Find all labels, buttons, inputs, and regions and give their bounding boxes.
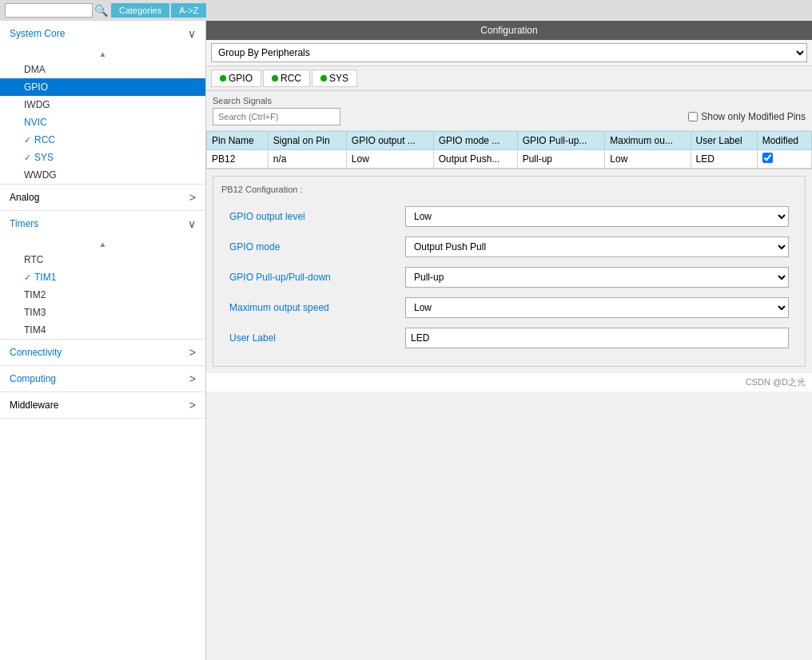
iwdg-label: IWDG	[24, 99, 50, 110]
tim4-label: TIM4	[24, 324, 46, 336]
content-area: Configuration Group By Peripherals GPIO …	[206, 21, 812, 660]
sidebar-item-tim1[interactable]: ✓ TIM1	[0, 268, 205, 286]
cell-pin-name: PB12	[207, 150, 269, 169]
sidebar-item-rcc[interactable]: ✓ RCC	[0, 131, 205, 149]
tim1-check: ✓	[24, 272, 31, 283]
search-row: Show only Modified Pins	[213, 108, 806, 125]
sidebar-item-tim4[interactable]: TIM4	[0, 321, 205, 339]
modified-checkbox[interactable]	[762, 153, 773, 163]
tim2-label: TIM2	[24, 289, 46, 300]
col-max-output[interactable]: Maximum ou...	[605, 132, 691, 150]
col-gpio-pull[interactable]: GPIO Pull-up...	[517, 132, 605, 150]
system-core-header[interactable]: System Core ∨	[0, 21, 205, 46]
signal-table-container: Pin Name Signal on Pin GPIO output ... G…	[206, 131, 812, 169]
cell-user-label: LED	[691, 150, 757, 169]
sys-config-tab[interactable]: SYS	[312, 70, 357, 87]
config-tabs: GPIO RCC SYS	[206, 66, 812, 91]
cell-signal-on-pin: n/a	[268, 150, 346, 169]
connectivity-header[interactable]: Connectivity >	[0, 340, 205, 365]
pull-label: GPIO Pull-up/Pull-down	[229, 272, 405, 283]
pull-select[interactable]: Pull-up	[405, 267, 789, 288]
analog-title: Analog	[10, 192, 39, 203]
timers-items: RTC ✓ TIM1 TIM2 TIM3 TIM4	[0, 251, 205, 339]
connectivity-title: Connectivity	[10, 347, 62, 358]
tim1-label: TIM1	[34, 272, 56, 283]
output-level-label: GPIO output level	[229, 211, 405, 222]
analog-header[interactable]: Analog >	[0, 185, 205, 210]
rcc-config-tab[interactable]: RCC	[263, 70, 310, 87]
timers-scroll-up: ▲	[0, 237, 205, 251]
rcc-dot	[272, 75, 278, 82]
middleware-header[interactable]: Middleware >	[0, 392, 205, 418]
sidebar-item-gpio[interactable]: GPIO	[0, 78, 205, 96]
watermark: CSDN @D之光	[206, 373, 812, 392]
wwdg-label: WWDG	[24, 169, 57, 181]
pin-config-title: PB12 Configuration :	[221, 185, 797, 194]
user-label-input[interactable]: LED	[405, 328, 789, 348]
computing-chevron: >	[189, 372, 196, 385]
col-gpio-output[interactable]: GPIO output ...	[346, 132, 433, 150]
sidebar-item-rtc[interactable]: RTC	[0, 251, 205, 268]
gpio-mode-label: GPIO mode	[229, 241, 405, 252]
rtc-label: RTC	[24, 254, 43, 265]
computing-header[interactable]: Computing >	[0, 366, 205, 392]
timers-header[interactable]: Timers ∨	[0, 211, 205, 237]
config-bar: Group By Peripherals	[206, 40, 812, 66]
sidebar-item-iwdg[interactable]: IWDG	[0, 96, 205, 113]
search-icon[interactable]: 🔍	[94, 4, 108, 17]
gpio-label: GPIO	[24, 82, 48, 93]
search-input[interactable]	[5, 3, 93, 18]
computing-title: Computing	[10, 373, 56, 384]
cell-modified	[757, 150, 811, 169]
col-pin-name[interactable]: Pin Name	[207, 132, 269, 150]
col-signal-on-pin[interactable]: Signal on Pin	[268, 132, 346, 150]
table-row[interactable]: PB12 n/a Low Output Push... Pull-up Low …	[207, 150, 812, 169]
top-bar: 🔍 Categories A->Z	[0, 0, 812, 21]
sys-dot	[320, 75, 327, 82]
tim3-label: TIM3	[24, 307, 46, 318]
sys-check: ✓	[24, 153, 31, 163]
categories-tab[interactable]: Categories	[111, 3, 169, 18]
cell-gpio-output: Low	[346, 150, 433, 169]
computing-section: Computing >	[0, 366, 205, 392]
show-modified-container: Show only Modified Pins	[688, 111, 806, 122]
sidebar-item-sys[interactable]: ✓ SYS	[0, 149, 205, 166]
middleware-section: Middleware >	[0, 392, 205, 419]
sidebar: System Core ∨ ▲ DMA GPIO IWDG NVIC ✓	[0, 21, 206, 660]
sidebar-item-nvic[interactable]: NVIC	[0, 113, 205, 131]
analog-section: Analog >	[0, 185, 205, 211]
search-container: 🔍	[5, 3, 108, 18]
timers-section: Timers ∨ ▲ RTC ✓ TIM1 TIM2 TIM3	[0, 211, 205, 340]
max-speed-select[interactable]: Low	[405, 297, 789, 318]
cell-gpio-pull: Pull-up	[517, 150, 605, 169]
sidebar-item-dma[interactable]: DMA	[0, 61, 205, 78]
timers-title: Timers	[10, 218, 38, 229]
user-label-label: User Label	[229, 332, 405, 344]
config-row-user-label: User Label LED	[221, 328, 797, 348]
dma-label: DMA	[24, 64, 46, 75]
col-user-label[interactable]: User Label	[691, 132, 757, 150]
sidebar-item-tim2[interactable]: TIM2	[0, 286, 205, 304]
scroll-up-indicator: ▲	[0, 46, 205, 61]
connectivity-section: Connectivity >	[0, 340, 205, 366]
gpio-mode-select[interactable]: Output Push Pull	[405, 237, 789, 257]
system-core-title: System Core	[10, 28, 65, 39]
show-modified-checkbox[interactable]	[688, 112, 698, 121]
rcc-check: ✓	[24, 135, 31, 145]
show-modified-label: Show only Modified Pins	[701, 111, 806, 122]
output-level-select[interactable]: Low	[405, 206, 789, 227]
cell-max-output: Low	[605, 150, 691, 169]
timers-chevron: ∨	[188, 217, 196, 230]
search-signals-section: Search Signals Show only Modified Pins	[206, 91, 812, 131]
middleware-chevron: >	[189, 399, 196, 412]
col-modified[interactable]: Modified	[757, 132, 811, 150]
cell-gpio-mode: Output Push...	[433, 150, 517, 169]
search-signals-input[interactable]	[213, 108, 340, 125]
sidebar-item-wwdg[interactable]: WWDG	[0, 166, 205, 184]
col-gpio-mode[interactable]: GPIO mode ...	[433, 132, 517, 150]
search-signals-label: Search Signals	[213, 96, 806, 105]
sidebar-item-tim3[interactable]: TIM3	[0, 304, 205, 321]
gpio-config-tab[interactable]: GPIO	[211, 70, 261, 87]
az-tab[interactable]: A->Z	[171, 3, 206, 18]
group-by-select[interactable]: Group By Peripherals	[211, 43, 807, 62]
